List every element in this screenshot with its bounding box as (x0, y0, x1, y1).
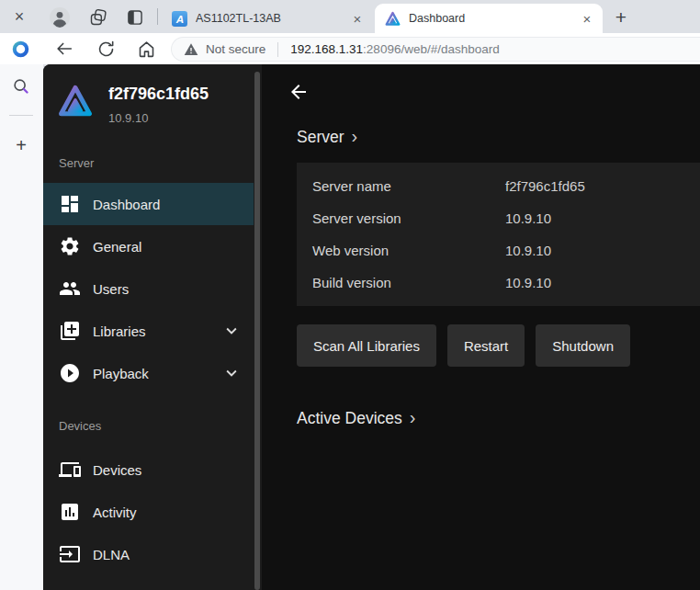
address-separator (277, 42, 278, 57)
home-button[interactable] (135, 38, 157, 60)
address-bar[interactable]: Not secure 192.168.1.31 :28096/web/#/das… (171, 37, 700, 62)
back-button[interactable] (53, 38, 75, 60)
server-version: 10.9.10 (108, 111, 209, 125)
active-devices-heading[interactable]: Active Devices › (297, 408, 700, 429)
playback-icon (59, 362, 81, 384)
vertical-tabs-button[interactable] (123, 6, 147, 29)
sidebar-item-label: Devices (93, 462, 141, 478)
sidebar-item-label: Playback (93, 366, 149, 381)
row-value: f2f796c1fd65 (505, 178, 585, 194)
devices-icon (59, 459, 81, 481)
sidebar-item-label: General (93, 239, 141, 255)
dashboard-main: Server › Server name f2f796c1fd65 Server… (262, 64, 700, 590)
shutdown-button[interactable]: Shutdown (536, 324, 630, 367)
url-path[interactable]: :28096/web/#/dashboard (363, 42, 500, 56)
jellyfin-favicon (385, 11, 401, 27)
edge-sidebar-rail: + (0, 64, 43, 590)
sidebar-item-label: Users (93, 281, 129, 297)
chevron-right-icon: › (352, 127, 358, 148)
row-value: 10.9.10 (505, 210, 551, 226)
profile-avatar-button[interactable] (48, 6, 72, 29)
rail-divider (9, 115, 33, 116)
section-label-server: Server (59, 156, 262, 170)
sidebar-item-devices[interactable]: Devices (43, 448, 254, 491)
tab-asustor[interactable]: A AS1102TL-13AB × (162, 4, 373, 33)
row-label: Server version (312, 210, 505, 226)
copilot-icon (11, 40, 30, 59)
home-icon (137, 40, 156, 59)
copilot-button[interactable] (9, 38, 31, 60)
asustor-letter: A (175, 12, 184, 24)
not-secure-warning-icon (184, 42, 198, 57)
tab-title: AS1102TL-13AB (196, 12, 349, 25)
chevron-down-icon[interactable] (221, 321, 242, 341)
server-actions: Scan All Libraries Restart Shutdown (297, 324, 700, 367)
dashboard-icon (59, 193, 81, 215)
jellyfin-sidebar: f2f796c1fd65 10.9.10 Server Dashboard Ge… (43, 64, 262, 590)
sidebar-item-activity[interactable]: Activity (43, 491, 254, 533)
sidebar-item-label: Dashboard (93, 197, 160, 212)
tab-title: Dashboard (409, 12, 579, 25)
arrow-left-icon (288, 81, 310, 103)
table-row: Server name f2f796c1fd65 (297, 170, 700, 202)
vertical-tabs-icon (126, 8, 144, 27)
server-identity: f2f796c1fd65 10.9.10 (108, 83, 209, 125)
table-row: Server version 10.9.10 (297, 202, 700, 234)
row-value: 10.9.10 (505, 275, 551, 290)
row-label: Server name (312, 178, 505, 194)
jellyfin-logo (57, 83, 94, 119)
sidebar-item-general[interactable]: General (43, 225, 254, 267)
server-name: f2f796c1fd65 (108, 85, 209, 104)
browser-tab-strip: × A AS1102TL-13AB × Dashbo (0, 0, 700, 33)
tab-dashboard[interactable]: Dashboard × (375, 4, 603, 33)
sidebar-search-button[interactable] (10, 75, 32, 97)
refresh-icon (96, 40, 116, 59)
sidebar-item-dashboard[interactable]: Dashboard (43, 183, 254, 225)
sidebar-item-users[interactable]: Users (43, 267, 254, 310)
sidebar-item-label: DLNA (93, 547, 130, 562)
activity-icon (59, 501, 81, 523)
scan-all-libraries-button[interactable]: Scan All Libraries (297, 324, 436, 367)
refresh-button[interactable] (95, 38, 117, 60)
workspaces-button[interactable] (86, 6, 110, 29)
chevron-right-icon: › (410, 408, 416, 429)
row-label: Build version (312, 275, 505, 290)
dlna-icon (59, 543, 81, 565)
page-back-button[interactable] (286, 79, 311, 105)
sidebar-item-label: Activity (93, 505, 137, 520)
section-label-devices: Devices (59, 419, 262, 433)
back-icon (54, 39, 74, 59)
tab-close-button[interactable]: × (349, 10, 366, 27)
web-content: f2f796c1fd65 10.9.10 Server Dashboard Ge… (43, 64, 700, 590)
row-label: Web version (312, 243, 505, 258)
table-row: Build version 10.9.10 (297, 267, 700, 299)
avatar-icon (49, 6, 71, 28)
server-section-heading[interactable]: Server › (297, 127, 700, 148)
workspaces-icon (89, 8, 107, 27)
sidebar-item-playback[interactable]: Playback (43, 352, 254, 394)
sidebar-header: f2f796c1fd65 10.9.10 (43, 64, 262, 125)
sidebar-scrollbar[interactable] (254, 72, 260, 590)
server-heading-text: Server (297, 128, 344, 147)
browser-toolbar: Not secure 192.168.1.31 :28096/web/#/das… (0, 33, 700, 64)
sidebar-item-libraries[interactable]: Libraries (43, 310, 254, 352)
libraries-icon (59, 320, 81, 342)
url-host[interactable]: 192.168.1.31 (290, 42, 363, 56)
active-devices-heading-text: Active Devices (297, 409, 402, 428)
sidebar-item-dlna[interactable]: DLNA (43, 533, 254, 575)
chevron-down-icon[interactable] (221, 363, 242, 383)
tab-close-button[interactable]: × (579, 10, 595, 27)
table-row: Web version 10.9.10 (297, 234, 700, 267)
not-secure-label[interactable]: Not secure (206, 42, 265, 56)
row-value: 10.9.10 (505, 243, 551, 258)
tabstrip-separator (157, 8, 158, 25)
sidebar-add-button[interactable]: + (8, 132, 34, 158)
users-icon (59, 278, 81, 300)
gear-icon (59, 235, 81, 257)
window-close-button[interactable]: × (7, 5, 31, 28)
new-tab-button[interactable]: + (608, 5, 634, 30)
sidebar-item-label: Libraries (93, 323, 146, 339)
restart-button[interactable]: Restart (447, 324, 525, 367)
asustor-favicon: A (172, 11, 187, 27)
server-info-table: Server name f2f796c1fd65 Server version … (297, 163, 700, 306)
